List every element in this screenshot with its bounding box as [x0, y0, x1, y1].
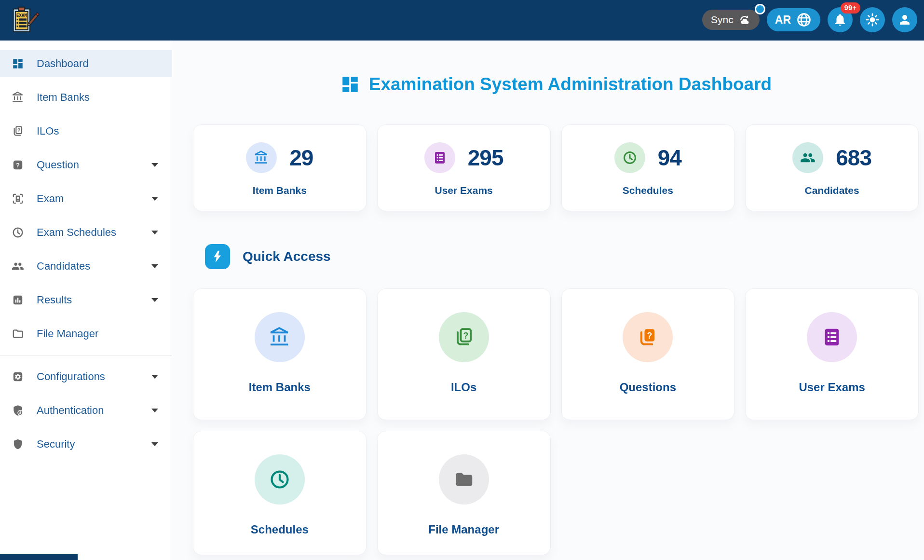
- people-icon: [12, 260, 24, 273]
- quick-card-label: Item Banks: [249, 381, 311, 394]
- sidebar-item-ilos[interactable]: ILOs: [0, 118, 172, 145]
- quick-card-user-exams[interactable]: User Exams: [745, 288, 919, 420]
- sidebar-item-dashboard[interactable]: Dashboard: [0, 50, 172, 77]
- stat-icon-circle: [246, 142, 277, 173]
- stat-top: 683: [792, 142, 871, 173]
- quick-card-label: Schedules: [251, 523, 309, 536]
- quick-icon-circle: [807, 312, 857, 362]
- document-question-icon: [453, 326, 475, 348]
- notifications-button[interactable]: 99+: [828, 7, 853, 32]
- quick-icon-circle: [623, 312, 673, 362]
- folder-icon: [12, 328, 24, 340]
- stat-label: User Exams: [435, 185, 493, 196]
- sidebar-item-label: Security: [37, 438, 139, 451]
- bar-chart-icon: [12, 294, 24, 306]
- sidebar-item-results[interactable]: Results: [0, 287, 172, 314]
- chevron-down-icon: [151, 375, 158, 379]
- bank-icon: [254, 150, 269, 165]
- sync-label: Sync: [711, 14, 734, 26]
- gear-icon: [12, 370, 24, 383]
- stat-label: Candidates: [805, 185, 859, 196]
- quick-card-schedules[interactable]: Schedules: [193, 431, 367, 555]
- clock-icon: [622, 150, 638, 165]
- question-square-icon: [12, 159, 24, 171]
- stat-top: 295: [424, 142, 503, 173]
- sidebar-item-security[interactable]: Security: [0, 431, 172, 458]
- quick-card-item-banks[interactable]: Item Banks: [193, 288, 367, 420]
- sidebar-item-question[interactable]: Question: [0, 151, 172, 178]
- stat-icon-circle: [614, 142, 645, 173]
- sidebar-item-label: ILOs: [37, 125, 158, 137]
- chevron-down-icon: [151, 231, 158, 234]
- chevron-down-icon: [151, 298, 158, 302]
- quick-access-header: Quick Access: [205, 244, 919, 269]
- sidebar: Dashboard Item Banks ILOs Question Exam …: [0, 41, 172, 560]
- sidebar-item-label: Item Banks: [37, 91, 158, 104]
- theme-toggle-button[interactable]: [860, 7, 885, 32]
- quick-card-ilos[interactable]: ILOs: [377, 288, 551, 420]
- chevron-down-icon: [151, 163, 158, 167]
- chevron-down-icon: [151, 409, 158, 412]
- stat-icon-circle: [424, 142, 455, 173]
- sidebar-item-label: File Manager: [37, 328, 158, 340]
- quick-access-title: Quick Access: [243, 249, 331, 264]
- bell-icon: [833, 13, 847, 27]
- language-label: AR: [775, 14, 791, 27]
- topbar-actions: Sync AR 99+: [702, 7, 917, 32]
- sync-status-dot: [755, 4, 765, 14]
- sidebar-item-label: Configurations: [37, 370, 139, 383]
- sync-button[interactable]: Sync: [702, 10, 760, 30]
- exam-clipboard-logo-icon: EXAM: [11, 6, 36, 33]
- quick-icon-circle: [439, 312, 489, 362]
- quick-access-grid: Item Banks ILOs Questions User Exams Sch…: [193, 288, 919, 555]
- sidebar-item-exam-schedules[interactable]: Exam Schedules: [0, 219, 172, 246]
- sidebar-item-candidates[interactable]: Candidates: [0, 253, 172, 280]
- stat-card-item-banks[interactable]: 29 Item Banks: [193, 124, 367, 211]
- sidebar-item-label: Exam: [37, 192, 139, 205]
- sun-icon: [865, 13, 880, 27]
- main-content: Examination System Administration Dashbo…: [172, 41, 924, 560]
- profile-button[interactable]: [892, 7, 917, 32]
- sidebar-item-exam[interactable]: Exam: [0, 185, 172, 212]
- people-icon: [800, 150, 815, 165]
- stat-top: 94: [614, 142, 681, 173]
- globe-icon: [796, 12, 812, 28]
- clock-icon: [12, 226, 24, 239]
- stat-value: 29: [289, 145, 313, 171]
- cloud-sync-icon: [738, 14, 751, 26]
- language-button[interactable]: AR: [767, 8, 820, 31]
- folder-icon: [453, 468, 475, 491]
- quick-card-label: ILOs: [451, 381, 476, 394]
- stat-card-user-exams[interactable]: 295 User Exams: [377, 124, 551, 211]
- sidebar-item-configurations[interactable]: Configurations: [0, 363, 172, 390]
- app-logo[interactable]: EXAM: [11, 6, 36, 33]
- sidebar-item-label: Authentication: [37, 404, 139, 417]
- stat-card-schedules[interactable]: 94 Schedules: [561, 124, 735, 211]
- stat-label: Item Banks: [253, 185, 307, 196]
- quick-card-file-manager[interactable]: File Manager: [377, 431, 551, 555]
- sidebar-divider: [0, 355, 172, 355]
- stat-card-candidates[interactable]: 683 Candidates: [745, 124, 919, 211]
- stats-grid: 29 Item Banks 295 User Exams 94 Schedule…: [193, 124, 919, 211]
- page-title-row: Examination System Administration Dashbo…: [193, 74, 919, 95]
- sidebar-item-label: Exam Schedules: [37, 226, 139, 239]
- quick-icon-circle: [255, 312, 305, 362]
- quick-card-label: File Manager: [428, 523, 499, 536]
- document-question-icon: [12, 125, 24, 137]
- stat-value: 94: [658, 145, 681, 171]
- quick-card-questions[interactable]: Questions: [561, 288, 735, 420]
- sidebar-item-label: Results: [37, 294, 139, 306]
- chevron-down-icon: [151, 264, 158, 268]
- exam-scan-icon: [12, 192, 24, 205]
- bank-icon: [12, 91, 24, 104]
- sidebar-item-file-manager[interactable]: File Manager: [0, 320, 172, 347]
- sidebar-item-item-banks[interactable]: Item Banks: [0, 84, 172, 111]
- dashboard-grid-icon: [340, 74, 360, 95]
- svg-text:EXAM: EXAM: [16, 13, 27, 18]
- shield-icon: [12, 438, 24, 451]
- lightning-icon: [205, 244, 230, 269]
- chevron-down-icon: [151, 442, 158, 446]
- document-question-filled-icon: [637, 326, 659, 348]
- topbar: EXAM Sync AR 99+: [0, 0, 924, 41]
- sidebar-item-authentication[interactable]: Authentication: [0, 397, 172, 424]
